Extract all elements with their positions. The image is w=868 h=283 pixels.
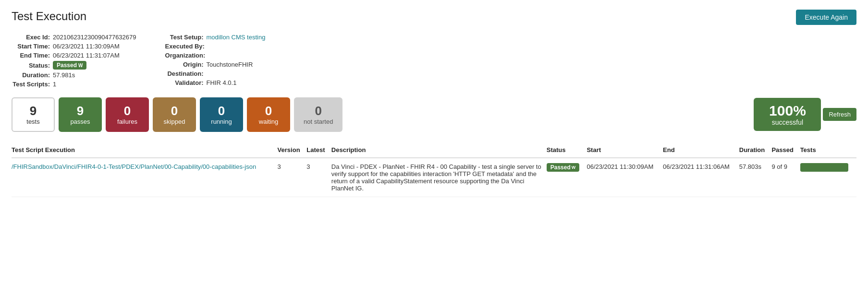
col-status: Status <box>547 142 587 158</box>
tests-box: 9 tests <box>12 97 55 132</box>
row-status-badge: PassedW <box>547 163 580 172</box>
meta-col-right: Test Setup: modillon CMS testing Execute… <box>165 34 266 88</box>
passes-num: 9 <box>77 104 84 118</box>
tests-label: tests <box>26 118 39 125</box>
status-label: Status: <box>12 62 50 69</box>
col-end: End <box>663 142 739 158</box>
passes-label: passes <box>70 118 90 125</box>
col-duration: Duration <box>739 142 772 158</box>
test-execution-table: Test Script Execution Version Latest Des… <box>12 142 856 197</box>
start-time-row: Start Time: 06/23/2021 11:30:09AM <box>12 43 136 50</box>
running-num: 0 <box>218 104 225 118</box>
col-version: Version <box>278 142 307 158</box>
col-tests: Tests <box>800 142 856 158</box>
success-refresh-group: 100% successful Refresh <box>754 97 856 132</box>
meta-col-left: Exec Id: 20210623123009047763​2679 Start… <box>12 34 136 88</box>
running-box: 0 running <box>200 97 243 132</box>
progress-bar-fill <box>800 163 848 172</box>
exec-id-row: Exec Id: 20210623123009047763​2679 <box>12 34 136 41</box>
origin-value: TouchstoneFHIR <box>207 61 253 68</box>
end-cell: 06/23/2021 11:31:06AM <box>663 158 739 197</box>
meta-section: Exec Id: 20210623123009047763​2679 Start… <box>12 34 856 88</box>
page-title: Test Execution <box>12 10 86 23</box>
exec-id-label: Exec Id: <box>12 34 50 41</box>
latest-cell: 3 <box>306 158 331 197</box>
not-started-num: 0 <box>315 104 321 118</box>
version-cell: 3 <box>278 158 307 197</box>
status-badge-value: Passed <box>57 62 77 69</box>
failures-num: 0 <box>124 104 131 118</box>
failures-label: failures <box>117 118 137 125</box>
origin-label: Origin: <box>165 61 204 68</box>
waiting-label: waiting <box>259 118 278 125</box>
end-time-value: 06/23/2021 11:31:07AM <box>53 52 120 59</box>
duration-row: Duration: 57.981s <box>12 71 136 79</box>
table-header-row: Test Script Execution Version Latest Des… <box>12 142 856 158</box>
script-link[interactable]: /FHIRSandbox/DaVinci/FHIR4-0-1-Test/PDEX… <box>12 163 273 170</box>
origin-row: Origin: TouchstoneFHIR <box>165 61 266 68</box>
skipped-num: 0 <box>171 104 178 118</box>
validator-row: Validator: FHIR 4.0.1 <box>165 79 266 86</box>
col-start: Start <box>587 142 663 158</box>
test-setup-label: Test Setup: <box>165 34 204 41</box>
start-time-value: 06/23/2021 11:30:09AM <box>53 43 120 50</box>
status-badge-w: W <box>78 63 83 68</box>
exec-id-value: 20210623123009047763​2679 <box>53 34 136 41</box>
organization-label: Organization: <box>165 52 206 59</box>
success-pct: 100% <box>769 103 806 118</box>
executed-by-label: Executed By: <box>165 43 205 50</box>
success-label: successful <box>772 118 803 126</box>
test-scripts-row: Test Scripts: 1 <box>12 81 136 88</box>
test-scripts-label: Test Scripts: <box>12 81 50 88</box>
passes-box: 9 passes <box>59 97 102 132</box>
not-started-label: not started <box>304 118 333 125</box>
col-script: Test Script Execution <box>12 142 278 158</box>
duration-cell: 57.803s <box>739 158 772 197</box>
not-started-box: 0 not started <box>294 97 342 132</box>
status-row: Status: Passed W <box>12 61 136 70</box>
validator-label: Validator: <box>165 79 204 86</box>
test-setup-row: Test Setup: modillon CMS testing <box>165 34 266 41</box>
refresh-button[interactable]: Refresh <box>823 108 856 121</box>
table-section: Test Script Execution Version Latest Des… <box>12 142 856 197</box>
organization-row: Organization: <box>165 52 266 59</box>
tests-num: 9 <box>30 104 37 118</box>
skipped-label: skipped <box>164 118 185 125</box>
waiting-num: 0 <box>265 104 272 118</box>
executed-by-row: Executed By: <box>165 43 266 50</box>
status-badge: Passed W <box>53 61 86 70</box>
success-box: 100% successful <box>754 98 821 131</box>
col-passed: Passed <box>771 142 800 158</box>
destination-label: Destination: <box>165 70 204 77</box>
table-row: /FHIRSandbox/DaVinci/FHIR4-0-1-Test/PDEX… <box>12 158 856 197</box>
start-cell: 06/23/2021 11:30:09AM <box>587 158 663 197</box>
end-time-label: End Time: <box>12 52 50 59</box>
execute-again-button[interactable]: Execute Again <box>796 10 856 25</box>
running-label: running <box>211 118 232 125</box>
progress-bar-bg <box>800 163 848 172</box>
stats-row: 9 tests 9 passes 0 failures 0 skipped 0 … <box>12 97 856 132</box>
waiting-box: 0 waiting <box>247 97 290 132</box>
start-time-label: Start Time: <box>12 43 50 50</box>
test-setup-link[interactable]: modillon CMS testing <box>207 34 266 41</box>
failures-box: 0 failures <box>106 97 149 132</box>
passed-cell: 9 of 9 <box>771 158 800 197</box>
col-description: Description <box>331 142 547 158</box>
description-cell: Da Vinci - PDEX - PlanNet - FHIR R4 - 00… <box>331 158 547 197</box>
duration-label: Duration: <box>12 71 50 79</box>
status-cell: PassedW <box>547 158 587 197</box>
tests-cell <box>800 158 856 197</box>
skipped-box: 0 skipped <box>153 97 196 132</box>
end-time-row: End Time: 06/23/2021 11:31:07AM <box>12 52 136 59</box>
script-cell: /FHIRSandbox/DaVinci/FHIR4-0-1-Test/PDEX… <box>12 158 278 197</box>
page-header: Test Execution Execute Again <box>12 10 856 25</box>
validator-value: FHIR 4.0.1 <box>207 79 237 86</box>
duration-value: 57.981s <box>53 71 75 79</box>
destination-row: Destination: <box>165 70 266 77</box>
col-latest: Latest <box>306 142 331 158</box>
test-scripts-value: 1 <box>53 81 56 88</box>
